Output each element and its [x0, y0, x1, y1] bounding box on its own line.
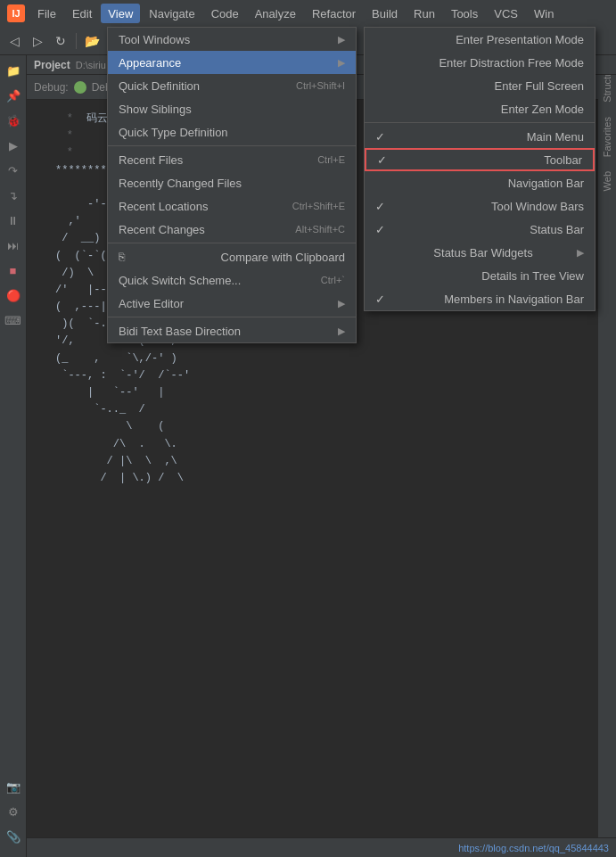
sidebar-resume[interactable]: ⏭	[2, 234, 25, 257]
vertical-labels: Structure Favorites Web	[598, 55, 616, 837]
title-bar: IJ File Edit View Navigate Code Analyze …	[0, 0, 616, 27]
view-tool-windows[interactable]: Tool Windows ▶	[108, 28, 356, 51]
app-zen[interactable]: Enter Zen Mode	[365, 97, 595, 120]
app-logo: IJ	[7, 4, 25, 22]
app-status-bar-widgets[interactable]: Status Bar Widgets ▶	[365, 241, 595, 264]
code-line-art11: `---, : `-'/ /`--'	[55, 367, 587, 384]
code-line-art12: | `--' |	[55, 384, 587, 401]
code-line-art10: (_ , `\,/-' )	[55, 350, 587, 367]
sidebar-step-over[interactable]: ↷	[2, 159, 25, 182]
menu-run[interactable]: Run	[407, 4, 442, 23]
view-recent-files[interactable]: Recent Files Ctrl+E	[108, 148, 356, 171]
code-line-art16: / |\ \ ,\	[55, 453, 587, 470]
status-bar: https://blog.csdn.net/qq_45844443	[27, 837, 616, 857]
menu-code[interactable]: Code	[204, 4, 246, 23]
app-main-menu[interactable]: ✓ Main Menu	[365, 125, 595, 148]
app-distraction[interactable]: Enter Distraction Free Mode	[365, 51, 595, 74]
project-label: Project	[34, 59, 70, 71]
app-details-tree[interactable]: Details in Tree View	[365, 264, 595, 287]
app-tool-window-bars[interactable]: ✓ Tool Window Bars	[365, 194, 595, 218]
sidebar-web[interactable]: Web	[600, 164, 614, 198]
sidebar-run-icon[interactable]: ▶	[2, 134, 25, 157]
view-bidi[interactable]: Bidi Text Base Direction ▶	[108, 319, 356, 342]
left-sidebar: 📁 📌 🐞 ▶ ↷ ↴ ⏸ ⏭ ■ 🔴 ⌨ 📷 ⚙ 📎	[0, 55, 27, 857]
appearance-submenu[interactable]: Enter Presentation Mode Enter Distractio…	[364, 27, 595, 311]
view-show-siblings[interactable]: Show Siblings	[108, 97, 356, 120]
menu-win[interactable]: Win	[527, 4, 561, 23]
sidebar-settings[interactable]: ⚙	[2, 800, 25, 823]
view-menu-dropdown[interactable]: Tool Windows ▶ Appearance ▶ Quick Defini…	[107, 27, 357, 343]
view-quick-definition[interactable]: Quick Definition Ctrl+Shift+I	[108, 74, 356, 97]
view-sep3	[108, 317, 356, 317]
app-status-bar[interactable]: ✓ Status Bar	[365, 218, 595, 241]
menu-build[interactable]: Build	[365, 4, 405, 23]
sidebar-pin[interactable]: 📌	[2, 84, 25, 107]
app-presentation[interactable]: Enter Presentation Mode	[365, 28, 595, 51]
toolbar-open[interactable]: 📂	[81, 30, 103, 52]
app-navigation-bar[interactable]: Navigation Bar	[365, 171, 595, 194]
view-recently-changed[interactable]: Recently Changed Files	[108, 171, 356, 194]
toolbar-back[interactable]: ◁	[4, 30, 25, 52]
view-recent-locations[interactable]: Recent Locations Ctrl+Shift+E	[108, 194, 356, 218]
sidebar-debug-icon[interactable]: 🐞	[2, 109, 25, 132]
toolbar-refresh[interactable]: ↻	[50, 30, 71, 52]
sidebar-project[interactable]: 📁	[2, 59, 25, 82]
code-line-art14: \ (	[55, 418, 587, 435]
status-right[interactable]: https://blog.csdn.net/qq_45844443	[458, 843, 609, 853]
sidebar-step-in[interactable]: ↴	[2, 184, 25, 207]
view-quick-type[interactable]: Quick Type Definition	[108, 120, 356, 144]
sidebar-camera[interactable]: 📷	[2, 775, 25, 798]
sidebar-favorites[interactable]: Favorites	[600, 110, 614, 164]
app-sep1	[365, 122, 595, 123]
sidebar-pin2[interactable]: 📎	[2, 825, 25, 848]
compare-icon: ⎘	[119, 251, 125, 263]
sidebar-pause[interactable]: ⏸	[2, 209, 25, 232]
view-quick-switch[interactable]: Quick Switch Scheme... Ctrl+`	[108, 268, 356, 292]
menu-view[interactable]: View	[101, 4, 140, 23]
view-sep2	[108, 243, 356, 243]
code-line-art15: /\ . \.	[55, 436, 587, 453]
menu-tools[interactable]: Tools	[444, 4, 485, 23]
code-line-art17: / | \.) / \	[55, 470, 587, 487]
view-active-editor[interactable]: Active Editor ▶	[108, 292, 356, 315]
view-sep1	[108, 145, 356, 146]
view-appearance[interactable]: Appearance ▶	[108, 51, 356, 74]
sidebar-evaluate[interactable]: ⌨	[2, 309, 25, 332]
active-editor-arrow: ▶	[338, 298, 345, 309]
code-line-art13: `-.._ /	[55, 401, 587, 418]
menu-file[interactable]: File	[30, 4, 63, 23]
view-recent-changes[interactable]: Recent Changes Alt+Shift+C	[108, 218, 356, 241]
menu-bar: File Edit View Navigate Code Analyze Ref…	[30, 0, 561, 27]
view-compare-clipboard[interactable]: ⎘ Compare with Clipboard	[108, 245, 356, 268]
menu-navigate[interactable]: Navigate	[142, 4, 201, 23]
app-fullscreen[interactable]: Enter Full Screen	[365, 74, 595, 97]
debug-label: Debug:	[34, 81, 69, 94]
tool-windows-arrow: ▶	[338, 34, 345, 45]
menu-refactor[interactable]: Refactor	[305, 4, 363, 23]
appearance-arrow: ▶	[338, 57, 345, 69]
menu-vcs[interactable]: VCS	[487, 4, 525, 23]
menu-edit[interactable]: Edit	[65, 4, 99, 23]
sidebar-stop[interactable]: ■	[2, 259, 25, 282]
toolbar-sep1	[76, 33, 77, 49]
status-widgets-arrow: ▶	[577, 247, 584, 259]
bidi-arrow: ▶	[338, 325, 345, 337]
project-path: D:\siriu	[76, 60, 106, 70]
app-members-nav[interactable]: ✓ Members in Navigation Bar	[365, 287, 595, 310]
app-toolbar[interactable]: ✓ Toolbar	[365, 148, 595, 171]
debug-status-dot	[74, 81, 86, 94]
menu-analyze[interactable]: Analyze	[248, 4, 303, 23]
sidebar-breakpoints[interactable]: 🔴	[2, 284, 25, 307]
toolbar-forward[interactable]: ▷	[27, 30, 48, 52]
